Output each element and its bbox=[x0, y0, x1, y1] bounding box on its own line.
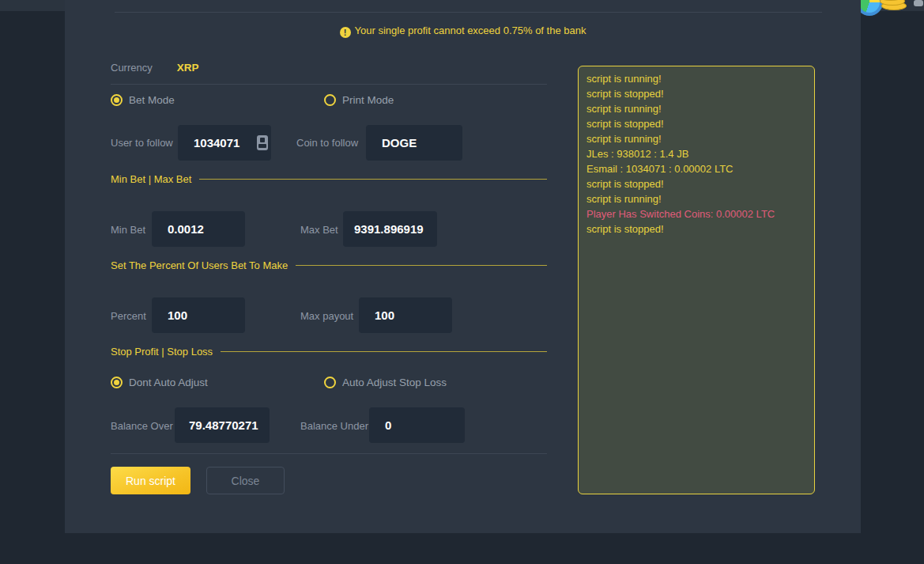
script-log-panel[interactable]: script is running! script is stopped! sc… bbox=[578, 66, 815, 494]
currency-label: Currency bbox=[111, 62, 153, 74]
print-mode-label: Print Mode bbox=[342, 94, 394, 106]
coins-logo-icon bbox=[856, 0, 907, 17]
user-to-follow-label: User to follow bbox=[111, 137, 173, 149]
balance-under-label: Balance Under bbox=[300, 420, 368, 432]
min-bet-label: Min Bet bbox=[111, 224, 145, 236]
min-bet-input[interactable] bbox=[152, 211, 245, 247]
balance-over-input[interactable] bbox=[175, 407, 270, 443]
log-line: script is stopped! bbox=[586, 116, 806, 131]
radio-ring-icon bbox=[324, 94, 336, 106]
percent-input[interactable] bbox=[152, 297, 245, 333]
balance-under-input[interactable] bbox=[369, 407, 465, 443]
percent-section-title: Set The Percent Of Users Bet To Make bbox=[111, 259, 288, 271]
bet-mode-label: Bet Mode bbox=[129, 94, 175, 106]
max-bet-input[interactable] bbox=[343, 211, 437, 247]
settings-form: Currency XRP Bet Mode Print Mode User to… bbox=[111, 0, 547, 533]
scrollbar-thumb[interactable] bbox=[914, 0, 923, 6]
section-rule bbox=[296, 265, 547, 266]
divider bbox=[111, 453, 547, 454]
log-line: script is running! bbox=[586, 101, 806, 116]
bet-mode-radio[interactable]: Bet Mode bbox=[111, 94, 175, 106]
max-payout-input[interactable] bbox=[359, 297, 452, 333]
log-line: script is running! bbox=[586, 191, 806, 206]
max-bet-label: Max Bet bbox=[300, 224, 338, 236]
section-rule bbox=[199, 179, 547, 180]
log-line: script is running! bbox=[586, 71, 806, 86]
minmax-section-title: Min Bet | Max Bet bbox=[111, 173, 191, 185]
log-line: script is stopped! bbox=[586, 221, 806, 237]
log-line: Esmail : 1034071 : 0.00002 LTC bbox=[586, 161, 806, 176]
coin-to-follow-label: Coin to follow bbox=[296, 137, 358, 149]
currency-value[interactable]: XRP bbox=[177, 62, 199, 74]
max-payout-label: Max payout bbox=[300, 310, 353, 322]
log-line: script is stopped! bbox=[586, 176, 806, 191]
percent-label: Percent bbox=[111, 310, 146, 322]
log-line: script is stopped! bbox=[586, 86, 806, 101]
coin-to-follow-input[interactable] bbox=[366, 125, 462, 161]
stop-section-title: Stop Profit | Stop Loss bbox=[111, 346, 213, 358]
auto-adjust-stop-loss-radio[interactable]: Auto Adjust Stop Loss bbox=[324, 377, 447, 388]
close-button[interactable]: Close bbox=[206, 467, 285, 494]
log-line-alert: Player Has Switched Coins: 0.00002 LTC bbox=[586, 206, 806, 221]
section-rule bbox=[221, 351, 547, 352]
dont-auto-adjust-label: Dont Auto Adjust bbox=[129, 377, 208, 388]
auto-adjust-stop-loss-label: Auto Adjust Stop Loss bbox=[342, 377, 447, 388]
balance-over-label: Balance Over bbox=[111, 420, 173, 432]
divider bbox=[111, 84, 547, 85]
run-script-button[interactable]: Run script bbox=[111, 467, 190, 494]
radio-ring-icon bbox=[111, 377, 123, 388]
print-mode-radio[interactable]: Print Mode bbox=[324, 94, 394, 106]
dont-auto-adjust-radio[interactable]: Dont Auto Adjust bbox=[111, 377, 208, 388]
log-line: script is running! bbox=[586, 131, 806, 146]
script-settings-dialog: !Your single profit cannot exceed 0.75% … bbox=[65, 0, 861, 533]
log-line: JLes : 938012 : 1.4 JB bbox=[586, 146, 806, 161]
radio-ring-icon bbox=[111, 94, 123, 106]
radio-ring-icon bbox=[324, 377, 336, 388]
contact-card-icon[interactable] bbox=[257, 135, 268, 150]
